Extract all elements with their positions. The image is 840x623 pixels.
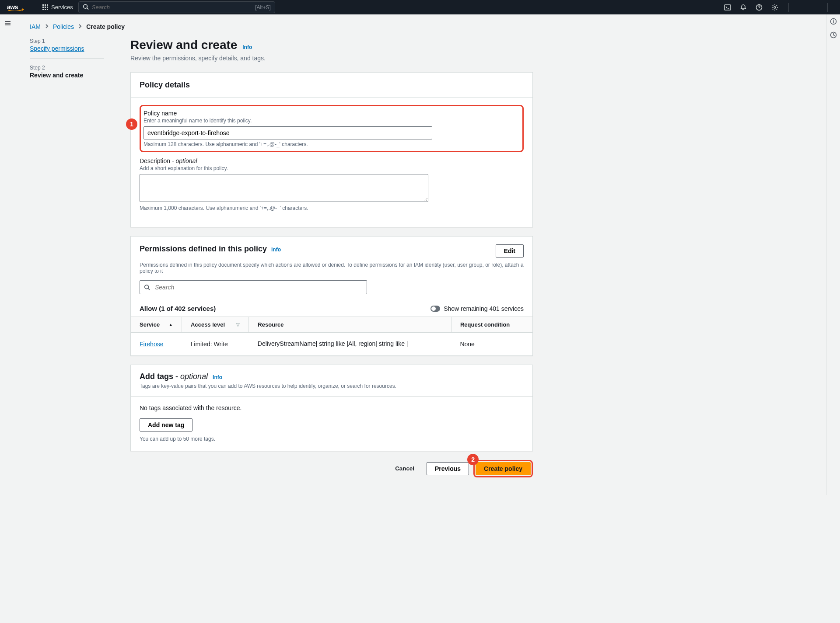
panel-title: Add tags - optional: [140, 372, 210, 381]
right-rail: [826, 14, 840, 495]
policy-name-label: Policy name: [144, 110, 520, 117]
cloudshell-icon[interactable]: [720, 0, 735, 14]
svg-rect-1: [42, 4, 44, 6]
svg-rect-4: [42, 7, 44, 8]
page-description: Review the permissions, specify details,…: [130, 55, 533, 62]
permissions-table: Service▲ Access level▽ Resource Request …: [131, 317, 532, 355]
create-policy-button[interactable]: Create policy: [476, 462, 531, 475]
search-shortcut: [Alt+S]: [255, 4, 271, 10]
cell-condition: None: [451, 333, 532, 355]
col-condition: Request condition: [451, 317, 532, 333]
search-icon: [144, 284, 150, 292]
svg-point-14: [774, 7, 776, 8]
description-help: Add a short explanation for this policy.: [140, 165, 524, 171]
svg-rect-9: [47, 9, 48, 10]
info-link[interactable]: Info: [242, 44, 252, 50]
panel-title: Permissions defined in this policy: [140, 244, 267, 253]
hamburger-icon[interactable]: [4, 20, 11, 28]
svg-rect-7: [42, 9, 44, 10]
svg-point-10: [84, 4, 88, 8]
svg-rect-2: [45, 4, 46, 6]
settings-icon[interactable]: [767, 0, 782, 14]
breadcrumb-policies[interactable]: Policies: [53, 23, 74, 30]
chevron-right-icon: [45, 23, 49, 30]
global-search-input[interactable]: [78, 1, 275, 13]
svg-rect-6: [47, 7, 48, 8]
cell-resource: DeliveryStreamName| string like |All, re…: [249, 333, 452, 355]
svg-point-22: [833, 20, 833, 21]
clock-icon[interactable]: [830, 31, 837, 40]
info-panel-icon[interactable]: [830, 18, 837, 26]
description-label: Description - optional: [140, 157, 524, 164]
policy-details-panel: Policy details 1 Policy name Enter a mea…: [130, 72, 533, 227]
annotation-badge-2: 2: [467, 454, 479, 465]
services-label: Services: [51, 4, 73, 10]
step-number: Step 1: [30, 38, 104, 44]
cell-access: Limited: Write: [182, 333, 249, 355]
tags-description: Tags are key-value pairs that you can ad…: [140, 383, 524, 389]
breadcrumb: IAM Policies Create policy: [16, 14, 826, 38]
previous-button[interactable]: Previous: [427, 462, 469, 475]
tags-panel: Add tags - optional Info Tags are key-va…: [130, 365, 533, 451]
cancel-button[interactable]: Cancel: [387, 463, 422, 474]
col-resource: Resource: [249, 317, 452, 333]
notifications-icon[interactable]: [736, 0, 751, 14]
svg-rect-5: [45, 7, 46, 8]
svg-rect-12: [724, 5, 731, 10]
policy-name-input[interactable]: [144, 126, 432, 139]
col-access-level[interactable]: Access level▽: [182, 317, 249, 333]
annotation-highlight-1: 1 Policy name Enter a meaningful name to…: [140, 105, 524, 152]
tags-constraint: You can add up to 50 more tags.: [140, 436, 524, 442]
chevron-right-icon: [78, 23, 82, 30]
toggle-label: Show remaining 401 services: [444, 305, 524, 312]
page-title: Review and create: [130, 38, 237, 52]
global-search-wrap: [Alt+S]: [78, 1, 275, 13]
divider: [827, 3, 828, 12]
allow-summary: Allow (1 of 402 services): [140, 305, 216, 312]
description-constraint: Maximum 1,000 characters. Use alphanumer…: [140, 205, 524, 211]
add-tag-button[interactable]: Add new tag: [140, 418, 192, 432]
sort-none-icon: ▽: [236, 322, 240, 327]
svg-line-19: [148, 289, 150, 290]
permissions-description: Permissions defined in this policy docum…: [131, 262, 532, 280]
svg-line-11: [87, 8, 88, 10]
breadcrumb-iam[interactable]: IAM: [30, 23, 41, 30]
edit-button[interactable]: Edit: [496, 244, 524, 258]
no-tags-message: No tags associated with the resource.: [140, 397, 524, 418]
step-number: Step 2: [30, 65, 104, 71]
annotation-badge-1: 1: [126, 118, 137, 130]
sort-asc-icon: ▲: [168, 322, 173, 327]
policy-name-help: Enter a meaningful name to identify this…: [144, 118, 520, 124]
annotation-highlight-2: 2 Create policy: [473, 460, 533, 477]
step-review-create: Review and create: [30, 72, 104, 79]
left-rail: [0, 14, 16, 495]
footer-actions: Cancel Previous 2 Create policy: [130, 460, 533, 477]
panel-title: Policy details: [140, 80, 190, 90]
permissions-search-input[interactable]: [140, 280, 367, 294]
breadcrumb-current: Create policy: [86, 23, 125, 30]
aws-logo[interactable]: aws: [7, 4, 24, 11]
help-icon[interactable]: [752, 0, 766, 14]
description-textarea[interactable]: [140, 174, 428, 202]
svg-point-18: [145, 285, 149, 289]
info-link[interactable]: Info: [213, 374, 222, 380]
col-service[interactable]: Service▲: [131, 317, 182, 333]
policy-name-constraint: Maximum 128 characters. Use alphanumeric…: [144, 141, 520, 147]
svg-rect-8: [45, 9, 46, 10]
top-nav: aws Services [Alt+S]: [0, 0, 840, 14]
svg-rect-3: [47, 4, 48, 6]
services-menu[interactable]: Services: [42, 4, 73, 10]
grid-icon: [42, 4, 49, 10]
step-specify-permissions[interactable]: Specify permissions: [30, 45, 104, 52]
wizard-nav: Step 1 Specify permissions Step 2 Review…: [30, 38, 104, 477]
divider: [788, 3, 789, 12]
topbar-right: [720, 0, 833, 14]
info-link[interactable]: Info: [271, 247, 281, 253]
search-icon: [83, 3, 89, 11]
service-link-firehose[interactable]: Firehose: [140, 341, 163, 348]
divider: [37, 3, 37, 12]
table-row: Firehose Limited: Write DeliveryStreamNa…: [131, 333, 532, 355]
show-remaining-toggle[interactable]: [430, 306, 440, 312]
permissions-panel: Permissions defined in this policy Info …: [130, 236, 533, 356]
svg-text:aws: aws: [7, 4, 18, 10]
